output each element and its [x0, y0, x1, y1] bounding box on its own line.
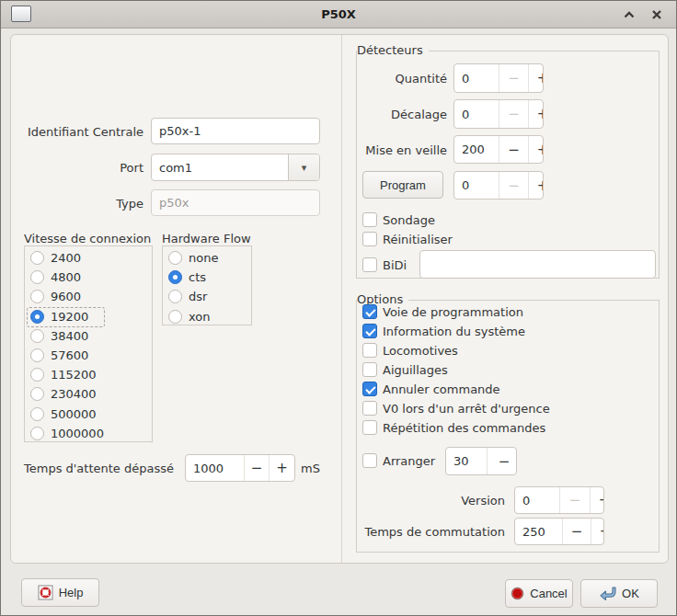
shade-button[interactable] — [619, 6, 639, 24]
reinitialiser-checkbox[interactable] — [362, 232, 377, 246]
voie-programmation-label: Voie de programmation — [383, 304, 523, 319]
offset-minus-button[interactable]: − — [499, 100, 529, 128]
program-button[interactable]: Program — [362, 171, 443, 199]
radio-speed-2400[interactable]: 2400 — [25, 248, 152, 268]
radio-icon — [168, 290, 182, 303]
type-input — [151, 189, 320, 216]
radio-speed-57600[interactable]: 57600 — [25, 346, 152, 365]
offset-label: Décalage — [358, 100, 447, 128]
version-value[interactable]: 0 — [515, 487, 560, 513]
version-minus-button[interactable]: − — [560, 487, 591, 513]
bidi-input[interactable] — [419, 250, 656, 279]
port-value: com1 — [152, 154, 288, 180]
quantity-minus-button[interactable]: − — [499, 64, 529, 92]
arranger-minus-button[interactable]: − — [488, 448, 517, 474]
flow-group-label: Hardware Flow — [162, 232, 251, 245]
type-label: Type — [17, 189, 143, 217]
offset-value[interactable]: 0 — [454, 100, 499, 128]
radio-icon — [30, 348, 44, 362]
timeout-value[interactable]: 1000 — [186, 455, 245, 481]
aiguillages-label: Aiguillages — [383, 362, 448, 377]
speed-group: 2400 4800 9600 19200 38400 57600 115200 … — [24, 245, 153, 442]
radio-speed-115200[interactable]: 115200 — [25, 365, 152, 384]
port-label: Port — [17, 154, 143, 181]
radio-speed-9600[interactable]: 9600 — [25, 287, 152, 306]
radio-label: cts — [189, 270, 206, 284]
annuler-commande-checkbox[interactable] — [362, 382, 377, 396]
radio-selected-icon — [168, 270, 182, 284]
voie-programmation-checkbox[interactable] — [362, 304, 377, 319]
sleep-value[interactable]: 200 — [454, 136, 499, 163]
program-value[interactable]: 0 — [454, 172, 499, 199]
information-systeme-checkbox[interactable] — [362, 324, 377, 338]
commutation-spinbox: 250 − + — [514, 518, 604, 545]
sleep-label: Mise en veille — [358, 136, 447, 164]
help-button[interactable]: Help — [21, 578, 99, 607]
commutation-plus-button[interactable]: + — [591, 519, 604, 544]
timeout-plus-button[interactable]: + — [270, 455, 294, 481]
dialog-window: P50X Identifiant Centrale Port com1 ▾ Ty… — [0, 0, 677, 616]
titlebar[interactable]: P50X — [1, 1, 676, 29]
radio-speed-1000000[interactable]: 1000000 — [25, 424, 152, 443]
flow-group: none cts dsr xon — [162, 245, 252, 325]
sondage-label: Sondage — [383, 212, 435, 227]
detectors-group-title: Détecteurs — [357, 43, 429, 57]
timeout-minus-button[interactable]: − — [245, 455, 270, 481]
radio-flow-xon[interactable]: xon — [163, 307, 251, 326]
radio-speed-38400[interactable]: 38400 — [25, 326, 152, 346]
identifiant-input[interactable] — [151, 118, 320, 144]
identifiant-label: Identifiant Centrale — [17, 118, 143, 145]
quantity-plus-button[interactable]: + — [529, 64, 544, 92]
sondage-checkbox[interactable] — [362, 212, 377, 227]
repetition-commandes-checkbox[interactable] — [362, 420, 377, 435]
arranger-checkbox[interactable] — [362, 453, 377, 468]
sleep-minus-button[interactable]: − — [499, 136, 529, 163]
help-lifebuoy-icon — [38, 585, 53, 600]
speed-group-label: Vitesse de connexion — [24, 232, 151, 245]
ok-button[interactable]: OK — [580, 579, 658, 608]
radio-label: dsr — [189, 290, 207, 303]
program-minus-button[interactable]: − — [499, 172, 529, 199]
offset-spinbox: 0 − + — [453, 99, 544, 129]
aiguillages-checkbox[interactable] — [362, 362, 377, 377]
arranger-value[interactable]: 30 — [446, 448, 488, 474]
radio-icon — [30, 329, 44, 343]
version-plus-button[interactable]: + — [591, 487, 604, 513]
program-plus-button[interactable]: + — [529, 172, 544, 199]
radio-label: 1000000 — [51, 427, 104, 440]
radio-speed-500000[interactable]: 500000 — [25, 405, 152, 424]
radio-icon — [30, 290, 44, 303]
radio-label: 115200 — [51, 368, 97, 382]
radio-speed-230400[interactable]: 230400 — [25, 384, 152, 404]
cancel-button[interactable]: Cancel — [505, 579, 573, 608]
radio-flow-cts[interactable]: cts — [163, 268, 251, 287]
commutation-label: Temps de commutation — [360, 518, 505, 545]
quantity-spinbox: 0 − + — [453, 63, 544, 93]
radio-icon — [30, 387, 44, 401]
radio-flow-dsr[interactable]: dsr — [163, 287, 251, 306]
bidi-label: BiDi — [383, 257, 407, 272]
commutation-minus-button[interactable]: − — [563, 519, 591, 544]
radio-speed-4800[interactable]: 4800 — [25, 268, 152, 287]
chevron-down-icon: ▾ — [302, 162, 307, 174]
offset-plus-button[interactable]: + — [529, 100, 544, 128]
quantity-value[interactable]: 0 — [454, 64, 499, 92]
port-combobox[interactable]: com1 ▾ — [151, 154, 320, 181]
radio-selected-icon — [30, 310, 44, 324]
ok-button-label: OK — [622, 587, 639, 600]
radio-label: 230400 — [51, 387, 97, 401]
arranger-label: Arranger — [383, 453, 435, 468]
commutation-value[interactable]: 250 — [515, 519, 563, 544]
locomotives-checkbox[interactable] — [362, 343, 377, 358]
port-dropdown-button[interactable]: ▾ — [288, 154, 319, 180]
repetition-commandes-label: Répétition des commandes — [383, 420, 545, 435]
sleep-plus-button[interactable]: + — [529, 136, 544, 163]
quantity-label: Quantité — [358, 64, 447, 92]
close-button[interactable] — [647, 6, 667, 24]
radio-flow-none[interactable]: none — [163, 248, 251, 268]
radio-label: 2400 — [51, 251, 81, 265]
v0-arret-urgence-checkbox[interactable] — [362, 401, 377, 416]
help-button-label: Help — [59, 586, 84, 599]
radio-label: 4800 — [51, 270, 81, 284]
bidi-checkbox[interactable] — [362, 257, 377, 272]
